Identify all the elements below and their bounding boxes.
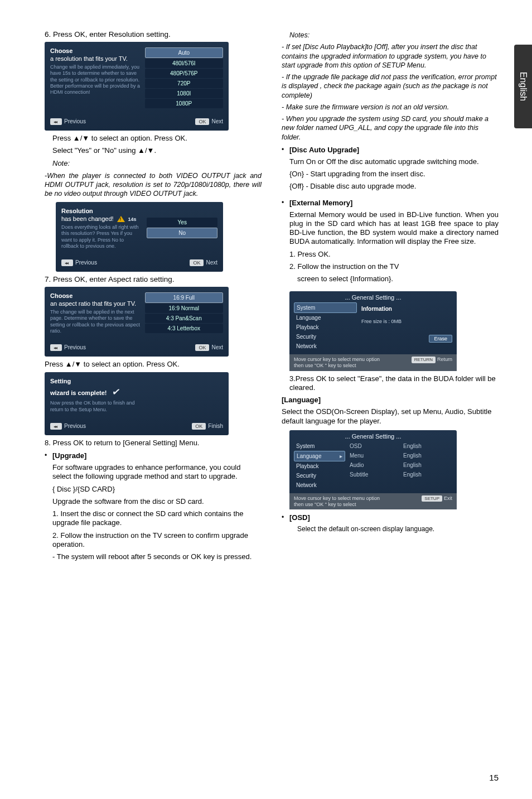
res-option-auto[interactable]: Auto [145, 47, 223, 58]
gs2-subtitle[interactable]: Subtitle [347, 470, 399, 479]
step-8: 8. Press OK to return to [General Settin… [45, 439, 262, 447]
information-label: Information [361, 302, 452, 314]
upgrade-heading: [Upgrade] [52, 451, 262, 460]
yes-no-instruction: Select "Yes" or "No" using ▲/▼. [52, 146, 262, 155]
left-column: 6. Press OK, enter Resolution setting. C… [45, 28, 262, 565]
hdmi-note: -When the player is connected to both VI… [45, 171, 262, 199]
language-para: Select the OSD(On-Screen Display), set u… [282, 407, 499, 426]
finish-button[interactable]: OKFinish [192, 423, 223, 430]
dau-on: {On} - Start upgrading from the insert d… [289, 170, 499, 179]
osd-desc: Select the default on-screen display lan… [297, 525, 499, 533]
bullet-icon: • [282, 513, 289, 537]
note-4: - When you upgrade the system using SD c… [282, 114, 499, 142]
gs2-menu[interactable]: Menu [347, 451, 399, 460]
select-option-instruction: Press ▲/▼ to select an option. Press OK. [52, 134, 262, 143]
res-desc: Does everything looks all right with thi… [61, 224, 142, 249]
free-size: Free size is : 0MB [361, 319, 452, 324]
erase-button[interactable]: Erase [429, 335, 452, 343]
note-3: - Make sure the firmware version is not … [282, 103, 499, 112]
next-button[interactable]: OKNext [195, 118, 223, 125]
language-heading: [Language] [282, 396, 499, 404]
aspect-choose-panel: Choose an aspect ratio that fits your TV… [45, 287, 229, 357]
ext-step-2: 2. Follow the instruction on the TV [289, 262, 499, 271]
gs-title: ... General Setting ... [289, 291, 457, 302]
gs2-language[interactable]: Language [294, 451, 345, 461]
osd-heading: [OSD] [289, 513, 499, 522]
external-memory-heading: [External Memory] [289, 199, 499, 207]
choose-subtitle: a resolution that fits your TV. [50, 55, 141, 62]
upgrade-para: For software upgrades to enhance perform… [52, 463, 262, 482]
upgrade-reboot: - The system will reboot after 5 seconds… [52, 552, 262, 561]
res-option-720p[interactable]: 720P [145, 79, 223, 88]
disc-sd-desc: Upgrade the software from the disc or SD… [52, 497, 262, 506]
gs-network[interactable]: Network [294, 341, 357, 351]
aspect-43pan[interactable]: 4:3 Pan&Scan [145, 314, 223, 323]
gs2-system[interactable]: System [294, 441, 345, 451]
resolution-choose-panel: Choose a resolution that fits your TV. C… [45, 42, 229, 131]
footer-help: Move cursor key to select menu optionthe… [294, 357, 412, 369]
footer-help-2: Move cursor key to select menu optionthe… [294, 495, 422, 508]
bullet-icon: • [282, 199, 289, 287]
upgrade-step-2: 2. Follow the instruction on the TV scre… [52, 531, 262, 550]
setting-title: Setting [50, 378, 141, 384]
ext-step-1: 1. Press OK. [289, 250, 499, 259]
no-option[interactable]: No [147, 228, 217, 238]
ext-step-3: 3.Press OK to select "Erase", the data i… [289, 374, 499, 393]
resolution-changed-panel: Resolution has been changed!14s Does eve… [56, 202, 223, 272]
warning-icon [117, 216, 125, 222]
gs-language[interactable]: Language [294, 313, 357, 323]
next-button[interactable]: OKNext [190, 259, 217, 266]
prev-button[interactable]: Previous [61, 259, 97, 266]
gs2-audio[interactable]: Audio [347, 460, 399, 470]
res-option-1080p[interactable]: 1080P [145, 99, 223, 108]
gs-security[interactable]: Security [294, 332, 357, 341]
setting-desc: Now press the OK button to finish and re… [50, 400, 141, 413]
aspect-43letter[interactable]: 4:3 Letterbox [145, 324, 223, 333]
note-1: - If set [Disc Auto Playback]to [Off], a… [282, 42, 499, 70]
res-option-480i[interactable]: 480I/576I [145, 59, 223, 68]
bullet-icon: • [45, 451, 52, 565]
general-setting-language-panel: ... General Setting ... System Language … [289, 430, 457, 510]
note-label: Note: [52, 159, 262, 168]
res-option-1080i[interactable]: 1080I [145, 89, 223, 98]
gs2-audio-val: English [401, 460, 452, 470]
aspect-subtitle: an aspect ratio that fits your TV. [50, 300, 141, 307]
gs2-title: ... General Setting ... [289, 430, 457, 441]
choose-title: Choose [50, 47, 141, 54]
language-tab: English [514, 45, 532, 128]
aspect-169normal[interactable]: 16:9 Normal [145, 304, 223, 313]
return-button[interactable]: RETURNReturn [412, 357, 452, 369]
yes-option[interactable]: Yes [147, 218, 217, 227]
gs-system[interactable]: System [294, 302, 357, 313]
right-column: Notes: - If set [Disc Auto Playback]to [… [282, 28, 499, 565]
gs2-security[interactable]: Security [294, 471, 345, 480]
prev-button[interactable]: Previous [50, 118, 86, 125]
prev-button[interactable]: Previous [50, 423, 86, 430]
choose-desc: Change will be applied immediately, you … [50, 64, 141, 95]
bullet-icon: • [282, 146, 289, 195]
gs2-menu-val: English [401, 451, 452, 460]
disc-sd-line: { Disc }/{SD CARD} [52, 485, 262, 494]
res-option-480p[interactable]: 480P/576P [145, 69, 223, 78]
wizard-complete-panel: Setting wizard is complete!✓ Now press t… [45, 372, 229, 435]
step-7: 7. Press OK, enter Aspect ratio setting. [45, 275, 262, 283]
next-button[interactable]: OKNext [195, 344, 223, 351]
gs2-subtitle-val: English [401, 470, 452, 479]
gs2-network[interactable]: Network [294, 480, 345, 490]
ext-para: External Memory would be used in BD-Live… [289, 210, 499, 247]
gs2-playback[interactable]: Playback [294, 461, 345, 471]
dau-desc: Turn On or Off the disc automatic upgrad… [289, 157, 499, 166]
exit-button[interactable]: SETUPExit [422, 495, 452, 508]
check-icon: ✓ [112, 385, 122, 398]
prev-button[interactable]: Previous [50, 344, 86, 351]
aspect-169full[interactable]: 16:9 Full [145, 292, 223, 303]
upgrade-step-1: 1. Insert the disc or connect the SD car… [52, 509, 262, 528]
step-6: 6. Press OK, enter Resolution setting. [45, 30, 262, 38]
note-2: - If the upgrade file package did not pa… [282, 73, 499, 100]
ext-step-2b: screen to select {Information}. [297, 275, 499, 283]
gs-playback[interactable]: Playback [294, 323, 357, 332]
res-subtitle: has been changed!14s [61, 215, 142, 223]
gs2-osd[interactable]: OSD [347, 441, 399, 451]
aspect-title: Choose [50, 292, 141, 299]
setting-subtitle: wizard is complete!✓ [50, 386, 141, 398]
